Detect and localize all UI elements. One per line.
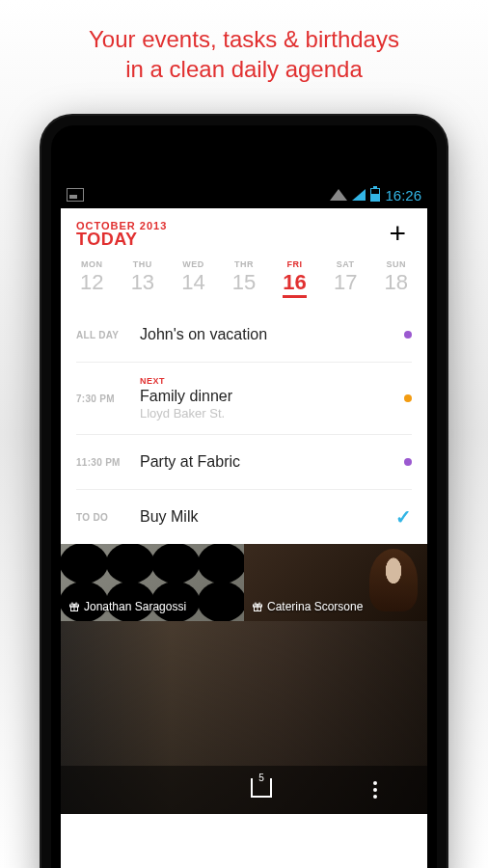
calendar-color-dot xyxy=(404,331,412,339)
battery-icon xyxy=(370,188,380,202)
contact-photo xyxy=(369,549,418,611)
event-time: 11:30 PM xyxy=(76,457,140,468)
event-title: Party at Fabric xyxy=(140,453,404,471)
day-of-week-label: SUN xyxy=(370,259,421,269)
gift-icon xyxy=(252,601,263,612)
event-time: TO DO xyxy=(76,512,140,523)
birthday-name-row: Jonathan Saragossi xyxy=(68,600,186,613)
day-of-week-label: FRI xyxy=(269,259,320,269)
calendar-app: OCTOBER 2013 TODAY + MON12THU13WED14THR1… xyxy=(61,208,427,814)
birthday-name: Jonathan Saragossi xyxy=(84,600,186,613)
event-row[interactable]: 11:30 PM Party at Fabric xyxy=(61,435,427,489)
event-title: John's on vacation xyxy=(140,326,404,343)
day-number: 18 xyxy=(370,270,421,295)
promo-line-2: in a clean daily agenda xyxy=(19,54,469,84)
promo-line-1: Your events, tasks & birthdays xyxy=(19,24,469,54)
day-number: 14 xyxy=(168,270,219,295)
signal-icon xyxy=(352,189,366,201)
today-label: TODAY xyxy=(76,230,167,250)
event-row[interactable]: TO DO Buy Milk ✓ xyxy=(61,490,427,544)
event-tag: NEXT xyxy=(140,376,404,386)
event-title: Buy Milk xyxy=(140,508,395,526)
event-time: ALL DAY xyxy=(76,330,140,340)
event-body: NEXT Family dinner Lloyd Baker St. xyxy=(140,376,404,420)
event-body: Party at Fabric xyxy=(140,453,404,471)
day-cell[interactable]: SAT17 xyxy=(320,259,371,298)
day-cell[interactable]: FRI16 xyxy=(269,259,320,298)
day-number: 16 xyxy=(283,270,306,298)
day-cell[interactable]: SUN18 xyxy=(370,259,421,298)
events-list: ALL DAY John's on vacation 7:30 PM NEXT … xyxy=(61,308,427,544)
event-time: 7:30 PM xyxy=(76,393,140,404)
phone-frame: 16:26 OCTOBER 2013 TODAY + MON12THU13WED… xyxy=(41,116,447,868)
day-number: 13 xyxy=(118,270,169,295)
birthday-card[interactable]: Jonathan Saragossi xyxy=(61,544,244,621)
phone-screen: 16:26 OCTOBER 2013 TODAY + MON12THU13WED… xyxy=(61,181,427,868)
promo-headline: Your events, tasks & birthdays in a clea… xyxy=(0,0,488,98)
day-of-week-label: SAT xyxy=(320,259,371,269)
event-row[interactable]: ALL DAY John's on vacation xyxy=(61,308,427,362)
day-cell[interactable]: THR15 xyxy=(219,259,270,298)
background-photo-area: 5 xyxy=(61,621,427,814)
event-body: John's on vacation xyxy=(140,326,404,343)
birthday-card[interactable]: Caterina Scorsone xyxy=(244,544,427,621)
image-notification-icon xyxy=(67,188,84,202)
day-number: 12 xyxy=(67,270,118,295)
birthday-strip: Jonathan Saragossi Caterina Scorsone xyxy=(61,544,427,621)
event-subtitle: Lloyd Baker St. xyxy=(140,406,404,420)
gift-icon xyxy=(68,601,80,612)
app-header: OCTOBER 2013 TODAY + xyxy=(61,208,427,256)
add-event-button[interactable]: + xyxy=(383,220,412,247)
calendar-color-dot xyxy=(404,394,412,402)
day-of-week-label: MON xyxy=(67,259,118,269)
week-row: MON12THU13WED14THR15FRI16SAT17SUN18 xyxy=(61,256,427,308)
day-of-week-label: WED xyxy=(168,259,219,269)
birthday-name: Caterina Scorsone xyxy=(267,600,363,613)
day-of-week-label: THU xyxy=(118,259,169,269)
day-of-week-label: THR xyxy=(219,259,270,269)
birthday-name-row: Caterina Scorsone xyxy=(252,600,363,613)
status-bar: 16:26 xyxy=(61,181,427,208)
day-cell[interactable]: WED14 xyxy=(168,259,219,298)
event-body: Buy Milk xyxy=(140,508,395,526)
calendar-color-dot xyxy=(404,458,412,466)
day-number: 17 xyxy=(320,270,371,295)
recent-apps-button[interactable]: 5 xyxy=(251,782,272,798)
status-clock: 16:26 xyxy=(385,187,421,203)
event-title: Family dinner xyxy=(140,388,404,405)
wifi-icon xyxy=(330,189,347,201)
event-row[interactable]: 7:30 PM NEXT Family dinner Lloyd Baker S… xyxy=(61,363,427,434)
header-title-block[interactable]: OCTOBER 2013 TODAY xyxy=(76,220,167,250)
overflow-menu-button[interactable] xyxy=(373,781,377,799)
check-icon[interactable]: ✓ xyxy=(395,505,412,529)
day-cell[interactable]: THU13 xyxy=(118,259,169,298)
android-nav-bar: 5 xyxy=(61,766,427,814)
day-cell[interactable]: MON12 xyxy=(67,259,118,298)
recent-apps-icon xyxy=(251,782,272,798)
day-number: 15 xyxy=(219,270,270,295)
